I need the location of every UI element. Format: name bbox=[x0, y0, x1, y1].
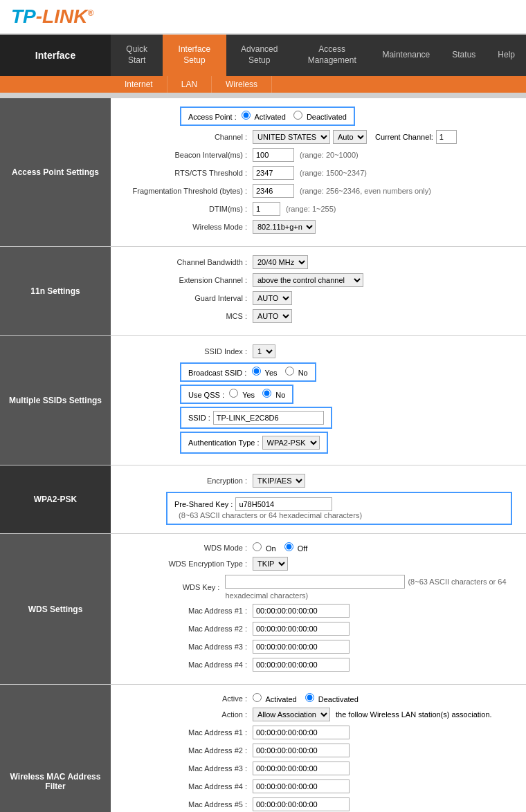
sub-tab-lan[interactable]: LAN bbox=[167, 76, 212, 93]
nav-tabs: Quick Start Interface Setup Advanced Set… bbox=[111, 35, 526, 76]
rts-row: RTS/CTS Threshold : (range: 1500~2347) bbox=[125, 166, 512, 180]
main-nav: Interface Quick Start Interface Setup Ad… bbox=[0, 35, 526, 76]
ssid-index-select[interactable]: 1 bbox=[253, 344, 275, 358]
channel-label: Channel : bbox=[125, 133, 253, 141]
tab-access-management[interactable]: Access Management bbox=[293, 35, 372, 76]
ext-channel-select[interactable]: above the control channel bbox=[253, 273, 363, 287]
mac-activated-radio[interactable] bbox=[253, 693, 262, 702]
wds-enc-select[interactable]: TKIP bbox=[253, 557, 288, 571]
tab-maintenance[interactable]: Maintenance bbox=[372, 35, 442, 76]
11n-content: Channel Bandwidth : 20/40 MHz Extension … bbox=[111, 247, 526, 335]
tab-status[interactable]: Status bbox=[441, 35, 487, 76]
mcs-row: MCS : AUTO bbox=[125, 309, 512, 323]
wds-mode-row: WDS Mode : On Off bbox=[125, 542, 512, 553]
tab-help[interactable]: Help bbox=[487, 35, 526, 76]
wds-mac2-label: Mac Address #2 : bbox=[125, 625, 253, 633]
tab-quick-start[interactable]: Quick Start bbox=[111, 35, 163, 76]
wds-key-input[interactable] bbox=[225, 575, 405, 589]
wds-mac3-label: Mac Address #3 : bbox=[125, 643, 253, 651]
access-point-label: Access Point : bbox=[188, 113, 237, 121]
mac-filter5-row: Mac Address #5 : bbox=[125, 797, 512, 811]
channel-bw-select[interactable]: 20/40 MHz bbox=[253, 255, 308, 269]
nav-section-label: Interface bbox=[0, 35, 111, 76]
rts-input[interactable] bbox=[253, 166, 294, 180]
11n-section: 11n Settings Channel Bandwidth : 20/40 M… bbox=[0, 247, 526, 336]
ext-channel-label: Extension Channel : bbox=[125, 276, 253, 284]
mac-filter1-label: Mac Address #1 : bbox=[125, 728, 253, 737]
wireless-mode-row: Wireless Mode : 802.11b+g+n bbox=[125, 220, 512, 234]
broadcast-no-radio[interactable] bbox=[285, 367, 294, 376]
access-point-section-label: Access Point Settings bbox=[0, 98, 111, 246]
ssid-input[interactable] bbox=[213, 411, 324, 425]
wds-mac4-row: Mac Address #4 : bbox=[125, 658, 512, 672]
wds-on-radio[interactable] bbox=[253, 542, 262, 551]
guard-interval-select[interactable]: AUTO bbox=[253, 291, 292, 305]
beacon-row: Beacon Interval(ms) : (range: 20~1000) bbox=[125, 148, 512, 162]
mcs-select[interactable]: AUTO bbox=[253, 309, 292, 323]
access-point-section: Access Point Settings Access Point : Act… bbox=[0, 98, 526, 247]
qss-no-radio[interactable] bbox=[262, 389, 271, 398]
activated-radio[interactable] bbox=[242, 111, 251, 120]
mac-filter1-row: Mac Address #1 : bbox=[125, 726, 512, 739]
dtim-input[interactable] bbox=[253, 202, 280, 216]
access-point-content: Access Point : Activated Deactivated Cha… bbox=[111, 98, 526, 246]
frag-label: Fragmentation Threshold (bytes) : bbox=[125, 187, 253, 195]
wireless-mode-select[interactable]: 802.11b+g+n bbox=[253, 220, 316, 234]
wds-content: WDS Mode : On Off WDS Encryption Type : bbox=[111, 534, 526, 684]
wds-mac3-input[interactable] bbox=[253, 640, 350, 654]
psk-input[interactable] bbox=[235, 497, 332, 511]
mac-filter1-input[interactable] bbox=[253, 726, 350, 739]
mac-filter2-input[interactable] bbox=[253, 744, 350, 757]
auth-type-label: Authentication Type : bbox=[188, 439, 260, 447]
beacon-input[interactable] bbox=[253, 148, 294, 162]
channel-select[interactable]: UNITED STATES bbox=[253, 130, 330, 144]
broadcast-yes-radio[interactable] bbox=[252, 367, 261, 376]
wds-enc-label: WDS Encryption Type : bbox=[125, 560, 253, 568]
guard-interval-row: Guard Interval : AUTO bbox=[125, 291, 512, 305]
wds-mac1-input[interactable] bbox=[253, 604, 350, 618]
ssid-index-label: SSID Index : bbox=[125, 347, 253, 356]
mac-filter5-input[interactable] bbox=[253, 797, 350, 811]
tab-advanced-setup[interactable]: Advanced Setup bbox=[226, 35, 293, 76]
wds-mac4-input[interactable] bbox=[253, 658, 350, 672]
tab-interface-setup[interactable]: Interface Setup bbox=[163, 35, 226, 76]
psk-label: Pre-Shared Key : bbox=[174, 500, 233, 508]
wds-mode-label: WDS Mode : bbox=[125, 544, 253, 552]
sub-tab-internet[interactable]: Internet bbox=[111, 76, 167, 93]
multiple-ssids-content: SSID Index : 1 Broadcast SSID : Yes No bbox=[111, 336, 526, 465]
channel-value: UNITED STATES Auto Current Channel: bbox=[253, 130, 457, 144]
sub-tab-wireless[interactable]: Wireless bbox=[212, 76, 272, 93]
frag-hint: (range: 256~2346, even numbers only) bbox=[300, 187, 431, 195]
frag-input[interactable] bbox=[253, 184, 294, 198]
channel-auto-select[interactable]: Auto bbox=[333, 130, 367, 144]
sub-nav: Internet LAN Wireless bbox=[0, 76, 526, 93]
mac-deactivated-radio[interactable] bbox=[305, 693, 314, 702]
ext-channel-row: Extension Channel : above the control ch… bbox=[125, 273, 512, 287]
deactivated-radio[interactable] bbox=[293, 111, 302, 120]
current-channel-input[interactable] bbox=[436, 130, 457, 144]
wds-key-row: WDS Key : (8~63 ASCII characters or 64 h… bbox=[125, 575, 512, 600]
auth-type-select[interactable]: WPA2-PSK bbox=[262, 436, 320, 450]
wds-off-radio[interactable] bbox=[284, 542, 293, 551]
mac-filter2-label: Mac Address #2 : bbox=[125, 746, 253, 755]
mac-action-select[interactable]: Allow Association bbox=[253, 708, 330, 721]
mac-filter4-input[interactable] bbox=[253, 779, 350, 793]
mac-active-label: Active : bbox=[125, 694, 253, 703]
wireless-mac-content: Active : Activated Deactivated Action : bbox=[111, 685, 526, 812]
logo: TP-LINK® bbox=[11, 6, 515, 28]
wds-mac4-label: Mac Address #4 : bbox=[125, 661, 253, 669]
encryption-select[interactable]: TKIP/AES bbox=[253, 474, 305, 488]
main-content: Access Point Settings Access Point : Act… bbox=[0, 98, 526, 812]
mac-filter3-input[interactable] bbox=[253, 762, 350, 775]
qss-yes-radio[interactable] bbox=[229, 389, 238, 398]
mac-filter2-row: Mac Address #2 : bbox=[125, 744, 512, 757]
wds-mac2-input[interactable] bbox=[253, 622, 350, 636]
wds-mac1-row: Mac Address #1 : bbox=[125, 604, 512, 618]
encryption-row: Encryption : TKIP/AES bbox=[125, 474, 512, 488]
wpa2psk-content: Encryption : TKIP/AES Pre-Shared Key : (… bbox=[111, 465, 526, 533]
wds-section-label: WDS Settings bbox=[0, 534, 111, 684]
mac-action-row: Action : Allow Association the follow Wi… bbox=[125, 708, 512, 721]
mac-active-row: Active : Activated Deactivated bbox=[125, 693, 512, 703]
channel-bw-label: Channel Bandwidth : bbox=[125, 258, 253, 266]
wds-mac3-row: Mac Address #3 : bbox=[125, 640, 512, 654]
